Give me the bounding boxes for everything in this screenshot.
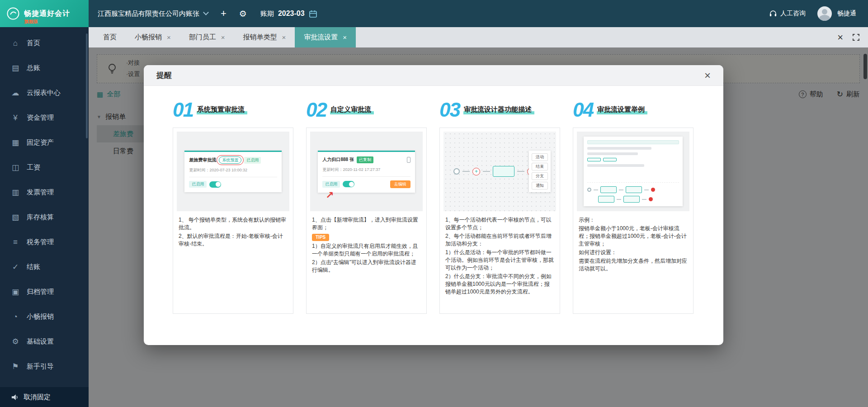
support-button[interactable]: 人工咨询 (769, 9, 806, 18)
toggle-on-icon (343, 181, 354, 187)
thumb-flow-title: 人力归口888 张 (322, 156, 354, 163)
enabled-badge: 已启用 (244, 157, 261, 164)
tab-home[interactable]: 首页 (94, 27, 126, 47)
sidebar-item-label: 资金管理 (27, 114, 54, 122)
sidebar-item-invoices[interactable]: ▥发票管理 (0, 180, 89, 205)
tab-label: 首页 (103, 33, 117, 42)
dialog-body: 01 系统预置审批流 差旅费审批流 系统预置 已启用 更新时间：20 (144, 86, 723, 345)
close-icon[interactable]: × (221, 33, 225, 41)
sidebar-item-cloud-reports[interactable]: ☁云报表中心 (0, 80, 89, 105)
settings-gear-icon[interactable]: ⚙ (239, 9, 247, 18)
period-value: 2023-03 (278, 9, 305, 18)
close-icon[interactable]: × (282, 33, 286, 41)
close-icon[interactable]: × (837, 33, 843, 43)
dialog-close-button[interactable]: × (704, 70, 711, 81)
step-description: 1、每一个活动都代表一个审核的节点，可以设置多个节点； 2、每个活动都能在当前环… (440, 211, 560, 302)
tab-label: 审批流设置 (304, 33, 338, 42)
sidebar-menu: ⌂首页 ▤总账 ☁云报表中心 ¥资金管理 ▦固定资产 ◫工资 ▥发票管理 ▧库存… (0, 27, 89, 404)
sidebar-scrollbar[interactable] (86, 33, 88, 138)
headset-icon (769, 9, 777, 18)
sidebar-item-label: 结账 (27, 263, 40, 271)
tab-approval-flow-settings[interactable]: 审批流设置 × (295, 27, 356, 47)
thumb-flow-title: 差旅费审批流 (189, 157, 216, 163)
box-icon: ▧ (11, 213, 20, 222)
company-selector[interactable]: 江西服宝精品有限责任公司内账张 (98, 9, 208, 18)
tab-dept-employees[interactable]: 部门员工 × (180, 27, 234, 47)
settings-screenshot (584, 137, 683, 207)
archive-icon: ▣ (11, 287, 20, 297)
step-card: 差旅费审批流 系统预置 已启用 更新时间：2020-07-23 10:00:32… (173, 128, 293, 314)
step-title: 自定义审批流 (330, 105, 374, 114)
step-description: 1、 每个报销单类型，系统会有默认的报销审批流。 2、默认的审批流程是：开始-老… (173, 211, 293, 254)
insert-node-icon: + (472, 168, 480, 175)
flow-start-icon (453, 168, 460, 175)
home-icon: ⌂ (11, 39, 20, 48)
tab-label: 部门员工 (189, 33, 216, 42)
period-label: 账期 (260, 9, 274, 18)
sidebar-item-archive[interactable]: ▣归档管理 (0, 279, 89, 304)
sidebar-item-tax[interactable]: ≡税务管理 (0, 230, 89, 255)
sidebar-item-general-ledger[interactable]: ▤总账 (0, 56, 89, 80)
reminder-dialog: 提醒 × 01 系统预置审批流 差旅费审批流 (144, 65, 723, 345)
invoice-icon: ▥ (11, 188, 20, 197)
sidebar-item-funds[interactable]: ¥资金管理 (0, 105, 89, 130)
sidebar-item-label: 税务管理 (27, 238, 54, 246)
sidebar-item-beginner-guide[interactable]: ⚑新手引导 (0, 354, 89, 379)
dialog-title: 提醒 (156, 70, 172, 80)
sidebar-item-label: 工资 (27, 163, 40, 172)
sidebar-item-payroll[interactable]: ◫工资 (0, 155, 89, 180)
sidebar-item-label: 首页 (27, 39, 40, 47)
toggle-on-icon (209, 181, 221, 188)
tab-expense-app[interactable]: 小畅报销 × (126, 27, 180, 47)
sidebar-item-closing[interactable]: ✓结账 (0, 255, 89, 279)
sidebar-item-home[interactable]: ⌂首页 (0, 31, 89, 56)
sidebar-item-label: 云报表中心 (27, 89, 61, 97)
close-icon[interactable]: × (343, 33, 347, 41)
sidebar-item-inventory[interactable]: ▧库存核算 (0, 205, 89, 230)
step-number: 04 (573, 100, 593, 120)
flow-designer-canvas: + + 活动 结束 分支 通知 (443, 132, 556, 211)
sidebar-item-fixed-assets[interactable]: ▦固定资产 (0, 130, 89, 155)
sidebar-item-label: 基础设置 (27, 337, 54, 346)
add-account-button[interactable]: + (221, 9, 226, 19)
sidebar-item-label: 发票管理 (27, 188, 54, 197)
sidebar-item-expense[interactable]: ◔小畅报销 (0, 304, 89, 329)
tax-icon: ≡ (11, 238, 20, 247)
user-avatar[interactable] (817, 6, 832, 21)
fullscreen-icon[interactable] (852, 33, 860, 41)
tab-expense-types[interactable]: 报销单类型 × (234, 27, 295, 47)
step-card: 人力归口888 张 已复制 更新时间：2020-11-02 17:27:37 已… (306, 128, 427, 314)
sidebar: ⌂首页 ▤总账 ☁云报表中心 ¥资金管理 ▦固定资产 ◫工资 ▥发票管理 ▧库存… (0, 27, 89, 407)
calendar-icon (309, 9, 317, 18)
topbar: 畅捷通好会计 旗舰版 江西服宝精品有限责任公司内账张 + ⚙ 账期 2023-0… (0, 0, 868, 27)
menu-item-activity: 活动 (532, 153, 548, 161)
copied-badge: 已复制 (357, 156, 373, 163)
flag-icon: ⚑ (11, 362, 20, 371)
topbar-right: 人工咨询 畅捷通 (769, 6, 868, 21)
step-number: 02 (306, 100, 326, 120)
tab-label: 小畅报销 (135, 33, 162, 42)
step-title: 审批流设置举例 (597, 105, 647, 114)
app-logo: 畅捷通好会计 旗舰版 (0, 0, 89, 27)
tab-label: 报销单类型 (243, 33, 277, 42)
menu-item-end: 结束 (532, 163, 548, 170)
step-thumbnail: 人力归口888 张 已复制 更新时间：2020-11-02 17:27:37 已… (310, 132, 423, 211)
node-type-menu: 活动 结束 分支 通知 (529, 151, 551, 192)
step-setup-example: 04 审批流设置举例 (573, 98, 693, 314)
activity-node (493, 166, 514, 177)
step-thumbnail: + + 活动 结束 分支 通知 (443, 132, 556, 211)
sidebar-item-label: 新手引导 (27, 362, 54, 371)
ledger-icon: ▤ (11, 63, 20, 73)
step-thumbnail (577, 132, 689, 211)
app-window: 畅捷通好会计 旗舰版 江西服宝精品有限责任公司内账张 + ⚙ 账期 2023-0… (0, 0, 868, 407)
menu-item-branch: 分支 (532, 172, 548, 180)
tips-badge: TIPS (312, 234, 329, 241)
sidebar-item-basic-settings[interactable]: ⚙基础设置 (0, 329, 89, 354)
logo-icon (6, 7, 20, 20)
check-icon: ✓ (11, 262, 20, 272)
accounting-period[interactable]: 账期 2023-03 (260, 9, 317, 18)
step-description: 1、点击【新增审批流】，进入到审批流设置界面； TIPS 1）自定义的审批流只有… (307, 211, 426, 280)
unpin-sidebar-button[interactable]: 取消固定 (0, 387, 89, 407)
close-icon[interactable]: × (167, 33, 171, 41)
preset-badge: 系统预置 (219, 156, 241, 164)
